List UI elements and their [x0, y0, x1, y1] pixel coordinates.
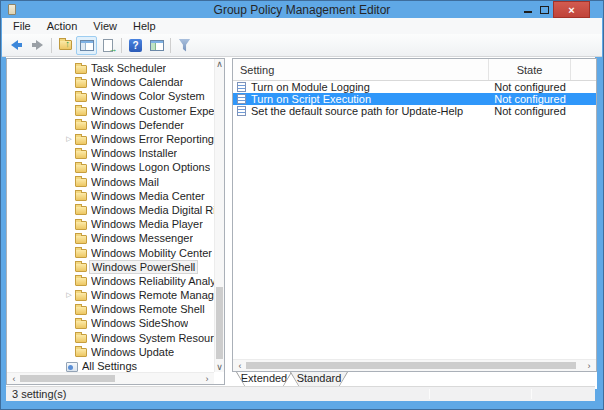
client-area: Task Scheduler Windows Calendar Windows …: [6, 57, 595, 401]
tree-items: Task Scheduler Windows Calendar Windows …: [7, 61, 214, 372]
folder-icon: [75, 263, 87, 272]
folder-icon: [75, 334, 87, 343]
help-button[interactable]: ?: [125, 36, 146, 55]
tree-item-windows-media-player[interactable]: Windows Media Player: [7, 217, 214, 231]
forward-button[interactable]: [27, 36, 48, 55]
list-header: Setting State: [233, 59, 596, 81]
setting-state: Not configured: [489, 81, 571, 93]
export-list-icon: [103, 39, 113, 52]
menu-view[interactable]: View: [85, 18, 125, 34]
policy-setting-icon: [237, 106, 246, 116]
tree-item-windows-remote-shell[interactable]: Windows Remote Shell: [7, 302, 214, 316]
scrollbar-thumb[interactable]: [216, 287, 223, 359]
tree-item-windows-defender[interactable]: Windows Defender: [7, 118, 214, 132]
list-row-update-help-path[interactable]: Set the default source path for Update-H…: [233, 105, 596, 117]
filter-icon: [179, 39, 191, 52]
folder-icon: [75, 221, 87, 230]
list-horizontal-scrollbar[interactable]: ‹ ›: [233, 359, 596, 371]
forward-icon: [32, 40, 43, 50]
settings-list: Turn on Module Logging Not configured Tu…: [233, 81, 596, 359]
tree-item-windows-system-resource[interactable]: Windows System Resource Ma: [7, 331, 214, 345]
menu-action[interactable]: Action: [39, 18, 86, 34]
policy-setting-icon: [237, 94, 246, 104]
toolbar-separator: [51, 38, 52, 53]
expand-arrow-icon[interactable]: ▷: [63, 291, 75, 299]
folder-icon: [75, 136, 87, 145]
show-action-pane-button[interactable]: [146, 36, 167, 55]
tree-item-windows-media-center[interactable]: Windows Media Center: [7, 189, 214, 203]
tree-horizontal-scrollbar[interactable]: ‹ ›: [7, 372, 214, 384]
tree-item-windows-installer[interactable]: Windows Installer: [7, 146, 214, 160]
folder-icon: [75, 292, 87, 301]
titlebar[interactable]: Group Policy Management Editor ×: [1, 1, 603, 18]
minimize-button[interactable]: [519, 1, 536, 18]
show-console-tree-button[interactable]: [76, 36, 97, 55]
maximize-button[interactable]: [536, 1, 553, 18]
setting-state: Not configured: [489, 105, 571, 117]
column-header-setting[interactable]: Setting: [233, 59, 489, 80]
tree-item-windows-sideshow[interactable]: Windows SideShow: [7, 316, 214, 330]
export-list-button[interactable]: [97, 36, 118, 55]
tree-item-windows-powershell[interactable]: Windows PowerShell: [7, 260, 214, 274]
action-pane-icon: [150, 40, 164, 51]
tree-item-windows-messenger[interactable]: Windows Messenger: [7, 231, 214, 245]
toolbar-separator: [121, 38, 122, 53]
tree-item-windows-mail[interactable]: Windows Mail: [7, 175, 214, 189]
setting-state: Not configured: [489, 93, 571, 105]
tree-item-windows-logon-options[interactable]: Windows Logon Options: [7, 160, 214, 174]
tab-extended[interactable]: Extended: [236, 372, 292, 387]
scroll-right-icon[interactable]: ›: [584, 360, 594, 371]
menu-help[interactable]: Help: [125, 18, 164, 34]
scrollbar-thumb[interactable]: [20, 375, 115, 382]
column-header-blank: [571, 59, 596, 80]
back-button[interactable]: [6, 36, 27, 55]
console-tree-pane: Task Scheduler Windows Calendar Windows …: [6, 58, 225, 385]
tree-item-windows-color-system[interactable]: Windows Color System: [7, 89, 214, 103]
up-one-level-button[interactable]: →: [55, 36, 76, 55]
tree-item-windows-customer-experience[interactable]: Windows Customer Experienc: [7, 104, 214, 118]
tree-item-windows-media-digital-rights[interactable]: Windows Media Digital Rights: [7, 203, 214, 217]
minimize-icon: [524, 11, 532, 13]
menu-file[interactable]: File: [5, 18, 39, 34]
folder-icon: [75, 249, 87, 258]
close-button[interactable]: ×: [553, 1, 590, 18]
folder-icon: [75, 178, 87, 187]
tree-item-task-scheduler[interactable]: Task Scheduler: [7, 61, 214, 75]
tree-item-windows-remote-management[interactable]: ▷Windows Remote Manageme: [7, 288, 214, 302]
selected-tree-item-label: Windows PowerShell: [89, 260, 198, 274]
settings-list-pane: Setting State Turn on Module Logging Not…: [232, 58, 597, 372]
tree-item-windows-error-reporting[interactable]: ▷Windows Error Reporting: [7, 132, 214, 146]
expand-arrow-icon[interactable]: ▷: [63, 135, 75, 143]
tree-item-windows-update[interactable]: Windows Update: [7, 345, 214, 359]
list-row-module-logging[interactable]: Turn on Module Logging Not configured: [233, 81, 596, 93]
folder-icon: [75, 79, 87, 88]
tree-vertical-scrollbar[interactable]: ∧ ∨: [214, 59, 224, 372]
scroll-left-icon[interactable]: ‹: [235, 360, 245, 371]
folder-icon: [75, 348, 87, 357]
scroll-right-icon[interactable]: ›: [202, 373, 212, 384]
folder-icon: [75, 320, 87, 329]
scroll-left-icon[interactable]: ‹: [9, 373, 19, 384]
status-text: 3 setting(s): [12, 388, 66, 400]
tree-item-windows-reliability-analysis[interactable]: Windows Reliability Analysis: [7, 274, 214, 288]
toolbar: → ?: [2, 34, 602, 57]
menu-bar: File Action View Help: [2, 18, 602, 34]
filter-button[interactable]: [174, 36, 195, 55]
column-header-state[interactable]: State: [489, 59, 571, 80]
setting-name: Turn on Script Execution: [251, 93, 371, 105]
list-row-script-execution[interactable]: Turn on Script Execution Not configured: [233, 93, 596, 105]
scrollbar-thumb[interactable]: [246, 362, 576, 369]
folder-icon: [75, 206, 87, 215]
tree-item-windows-mobility-center[interactable]: Windows Mobility Center: [7, 245, 214, 259]
scroll-up-icon[interactable]: ∧: [215, 59, 224, 69]
folder-icon: [75, 192, 87, 201]
tab-standard[interactable]: Standard: [290, 372, 348, 387]
scroll-down-icon[interactable]: ∨: [215, 362, 224, 372]
up-one-level-icon: →: [59, 40, 72, 50]
group-policy-editor-window: Group Policy Management Editor × File Ac…: [0, 0, 604, 410]
tree-item-all-settings[interactable]: All Settings: [7, 359, 214, 372]
folder-icon: [75, 121, 87, 130]
tree-item-windows-calendar[interactable]: Windows Calendar: [7, 75, 214, 89]
folder-icon: [75, 235, 87, 244]
all-settings-icon: [66, 362, 78, 372]
